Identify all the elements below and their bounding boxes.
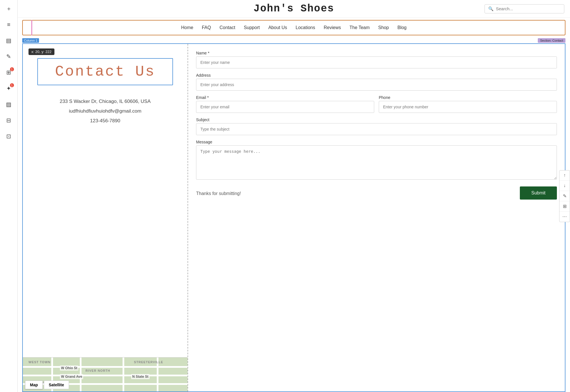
map-section: WEST TOWN RIVER NORTH W Ohio St W Grand … xyxy=(23,357,188,391)
map-road xyxy=(123,358,124,391)
nav-home[interactable]: Home xyxy=(181,25,194,30)
submit-button[interactable]: Submit xyxy=(520,186,557,200)
portfolio-icon[interactable]: ⊡ xyxy=(4,131,14,141)
map-tabs: Map Satellite xyxy=(25,381,69,389)
edge-controls: ↑ ↓ ✎ ⊞ ⋯ xyxy=(559,170,570,222)
puzzle-icon[interactable]: ✦ 1 xyxy=(4,83,14,94)
nav-shop[interactable]: Shop xyxy=(378,25,389,30)
map-road xyxy=(23,375,188,376)
nav-about[interactable]: About Us xyxy=(268,25,287,30)
phone-field-group: Phone xyxy=(379,95,557,113)
name-field-group: Name * xyxy=(196,51,557,68)
site-title: John's Shoes xyxy=(23,3,564,15)
coord-tooltip: x: 20, y: 222 xyxy=(28,48,54,55)
apps-icon[interactable]: ⊞ 1 xyxy=(4,67,14,78)
email-input[interactable] xyxy=(196,101,374,113)
nav-reviews[interactable]: Reviews xyxy=(324,25,341,30)
phone-label: Phone xyxy=(379,95,557,100)
scroll-down-button[interactable]: ↓ xyxy=(559,181,570,191)
name-label: Name * xyxy=(196,51,557,55)
nav-bar: Home FAQ Contact Support About Us Locati… xyxy=(27,22,560,33)
street-label-ohio: W Ohio St xyxy=(60,365,78,371)
email-field-group: Email * xyxy=(196,95,374,113)
section-labels: Column 1 Section: Contact xyxy=(18,38,570,43)
contact-form-panel: Name * Address Email * Phone Subject xyxy=(188,44,565,391)
nav-wrapper: Home FAQ Contact Support About Us Locati… xyxy=(22,20,565,35)
subject-label: Subject xyxy=(196,117,557,122)
contact-title-box: Contact Us xyxy=(37,58,173,85)
contact-title: Contact Us xyxy=(55,63,155,80)
edit-button[interactable]: ✎ xyxy=(559,191,570,201)
map-neighborhood-streeterville: STREETERVILLE xyxy=(134,360,163,364)
brush-icon[interactable]: ✎ xyxy=(4,51,14,62)
search-bar[interactable]: 🔍 xyxy=(484,4,564,13)
name-input[interactable] xyxy=(196,56,557,68)
section-label: Section: Contact xyxy=(538,38,565,43)
map-tab-satellite[interactable]: Satellite xyxy=(44,381,69,389)
main-area: John's Shoes 🔍 Home FAQ Contact Support … xyxy=(18,0,570,392)
map-road xyxy=(23,366,188,368)
email-label: Email * xyxy=(196,95,374,100)
badge-count: 1 xyxy=(10,67,14,71)
map-neighborhood-river-north: RIVER NORTH xyxy=(85,369,110,372)
left-panel: x: 20, y: 222 Contact Us 233 S Wacker Dr… xyxy=(23,44,188,391)
grid-icon[interactable]: ⊟ xyxy=(4,115,14,125)
message-field-group: Message xyxy=(196,140,557,181)
menu-icon[interactable]: ≡ xyxy=(4,19,14,30)
address-field-group: Address xyxy=(196,73,557,91)
badge-count: 1 xyxy=(10,83,14,87)
message-label: Message xyxy=(196,140,557,144)
plus-icon[interactable]: ＋ xyxy=(4,3,14,14)
search-icon: 🔍 xyxy=(488,6,494,11)
content-area: x: 20, y: 222 Contact Us 233 S Wacker Dr… xyxy=(22,43,565,392)
address-label: Address xyxy=(196,73,557,78)
scroll-up-button[interactable]: ↑ xyxy=(559,170,570,181)
search-input[interactable] xyxy=(496,6,561,11)
address-input[interactable] xyxy=(196,79,557,91)
nav-locations[interactable]: Locations xyxy=(296,25,315,30)
nav-support[interactable]: Support xyxy=(244,25,260,30)
thanks-text: Thanks for submitting! xyxy=(196,191,241,196)
street-label-grand: W Grand Ave xyxy=(60,374,83,379)
contact-phone: 123-456-7890 xyxy=(60,116,150,126)
left-sidebar: ＋ ≡ ▤ ✎ ⊞ 1 ✦ 1 ▨ ⊟ ⊡ xyxy=(0,0,18,392)
subject-input[interactable] xyxy=(196,123,557,135)
nav-faq[interactable]: FAQ xyxy=(202,25,211,30)
message-input[interactable] xyxy=(196,145,557,180)
header: John's Shoes 🔍 xyxy=(18,0,570,18)
nav-blog[interactable]: Blog xyxy=(397,25,406,30)
column-label: Column 1 xyxy=(22,38,39,43)
contact-address: 233 S Wacker Dr, Chicago, IL 60606, USA xyxy=(60,97,150,106)
map-neighborhood-west-town: WEST TOWN xyxy=(28,360,50,364)
email-phone-row: Email * Phone xyxy=(196,95,557,117)
contact-email: iudfhiuhdfiuvhuiohdfv@gmail.com xyxy=(60,106,150,116)
more-button[interactable]: ⋯ xyxy=(559,212,570,222)
image-icon[interactable]: ▨ xyxy=(4,99,14,109)
phone-input[interactable] xyxy=(379,101,557,113)
street-label-state: N State St xyxy=(131,374,150,379)
subject-field-group: Subject xyxy=(196,117,557,135)
nav-contact[interactable]: Contact xyxy=(219,25,235,30)
layout-button[interactable]: ⊞ xyxy=(559,201,570,212)
contact-info: 233 S Wacker Dr, Chicago, IL 60606, USA … xyxy=(60,97,150,126)
nav-the-team[interactable]: The Team xyxy=(349,25,370,30)
map-tab-map[interactable]: Map xyxy=(25,381,43,389)
document-icon[interactable]: ▤ xyxy=(4,35,14,46)
form-footer: Thanks for submitting! Submit xyxy=(196,185,557,200)
